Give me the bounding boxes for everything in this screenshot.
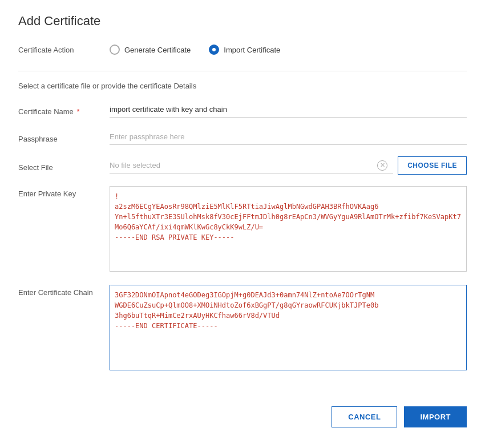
- clear-file-icon[interactable]: ✕: [377, 160, 387, 171]
- select-file-label: Select File: [18, 160, 110, 172]
- radio-generate-circle: [110, 45, 120, 55]
- certificate-chain-textarea[interactable]: 3GF32DONmOIApnot4eGODeg3IGOpjM+g0DEAJd3+…: [110, 285, 467, 370]
- import-button[interactable]: IMPORT: [404, 406, 467, 427]
- certificate-name-label: Certificate Name *: [18, 104, 110, 116]
- radio-import[interactable]: Import Certificate: [209, 45, 280, 55]
- cancel-button[interactable]: CANCEL: [332, 406, 397, 427]
- passphrase-area: [110, 129, 467, 145]
- certificate-action-label: Certificate Action: [18, 46, 110, 54]
- private-key-textarea[interactable]: ! a2szM6ECgYEAosRr98QMlziE5MlKlF5RTtiaJi…: [110, 186, 467, 272]
- radio-group: Generate Certificate Import Certificate: [110, 45, 280, 55]
- certificate-chain-area: 3GF32DONmOIApnot4eGODeg3IGOpjM+g0DEAJd3+…: [110, 285, 467, 372]
- section-description: Select a certificate file or provide the…: [18, 71, 467, 90]
- file-input-area: No file selected ✕: [110, 158, 393, 173]
- bottom-buttons: CANCEL IMPORT: [18, 395, 467, 427]
- certificate-name-area: [110, 102, 467, 118]
- passphrase-input[interactable]: [110, 129, 467, 145]
- page-title: Add Certificate: [18, 14, 467, 29]
- passphrase-row: Passphrase: [18, 129, 467, 145]
- private-key-area: ! a2szM6ECgYEAosRr98QMlziE5MlKlF5RTtiaJi…: [110, 186, 467, 273]
- file-placeholder: No file selected: [110, 161, 377, 169]
- certificate-name-input[interactable]: [110, 102, 467, 118]
- select-file-row: Select File No file selected ✕ CHOOSE FI…: [18, 156, 467, 175]
- certificate-action-row: Certificate Action Generate Certificate …: [18, 45, 467, 55]
- private-key-label: Enter Private Key: [18, 186, 110, 198]
- select-file-area: No file selected ✕ CHOOSE FILE: [110, 156, 467, 175]
- radio-import-circle: [209, 45, 219, 55]
- certificate-chain-label: Enter Certificate Chain: [18, 285, 110, 297]
- private-key-row: Enter Private Key ! a2szM6ECgYEAosRr98QM…: [18, 186, 467, 273]
- radio-import-label: Import Certificate: [224, 46, 280, 54]
- certificate-name-row: Certificate Name *: [18, 102, 467, 118]
- radio-generate-label: Generate Certificate: [124, 46, 191, 54]
- choose-file-button[interactable]: CHOOSE FILE: [398, 156, 467, 175]
- passphrase-label: Passphrase: [18, 131, 110, 143]
- certificate-chain-row: Enter Certificate Chain 3GF32DONmOIApnot…: [18, 285, 467, 372]
- radio-generate[interactable]: Generate Certificate: [110, 45, 191, 55]
